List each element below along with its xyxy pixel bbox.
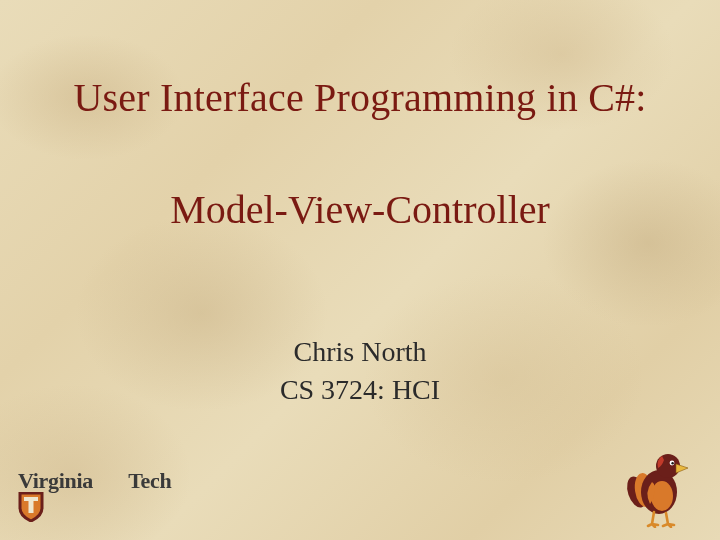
course-code: CS 3724: HCI xyxy=(0,374,720,406)
virginia-tech-logo: Virginia Tech xyxy=(18,470,168,518)
vt-wordmark: Virginia Tech xyxy=(18,470,168,492)
author-name: Chris North xyxy=(0,336,720,368)
vt-word-virginia: Virginia xyxy=(18,468,93,493)
svg-point-8 xyxy=(671,462,673,464)
hokiebird-icon xyxy=(622,446,692,528)
vt-word-tech: Tech xyxy=(128,468,171,493)
svg-rect-1 xyxy=(24,497,38,501)
slide: User Interface Programming in C#: Model-… xyxy=(0,0,720,540)
slide-subtitle: Model-View-Controller xyxy=(0,186,720,233)
svg-point-5 xyxy=(651,481,673,511)
slide-title: User Interface Programming in C#: xyxy=(0,74,720,121)
vt-shield-icon xyxy=(18,492,44,525)
